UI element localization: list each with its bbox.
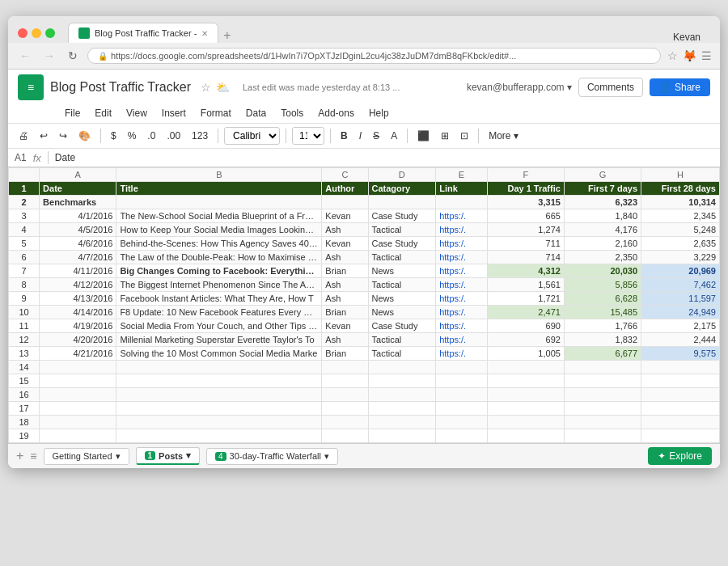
col-header-c[interactable]: C bbox=[322, 168, 368, 182]
cell-g6[interactable]: 2,350 bbox=[564, 251, 641, 264]
strikethrough-button[interactable]: S bbox=[369, 129, 383, 143]
decrease-decimal-button[interactable]: .0 bbox=[143, 129, 159, 143]
cell-g7[interactable]: 20,030 bbox=[564, 264, 641, 278]
explore-button[interactable]: ✦ Explore bbox=[648, 447, 712, 465]
cell-b2[interactable] bbox=[116, 196, 322, 209]
cell-b11[interactable]: Social Media From Your Couch, and Other … bbox=[116, 319, 322, 333]
cell-c13[interactable]: Brian bbox=[322, 347, 368, 361]
empty-cell-16-4[interactable] bbox=[368, 388, 436, 402]
cell-h7[interactable]: 20,969 bbox=[641, 264, 720, 278]
cell-a13[interactable]: 4/21/2016 bbox=[40, 347, 116, 361]
cell-d4[interactable]: Tactical bbox=[368, 223, 436, 237]
empty-cell-15-2[interactable] bbox=[116, 374, 322, 388]
col-header-g[interactable]: G bbox=[564, 168, 641, 182]
print-button[interactable]: 🖨 bbox=[15, 129, 32, 143]
cell-a4[interactable]: 4/5/2016 bbox=[40, 223, 116, 237]
cell-c7[interactable]: Brian bbox=[322, 264, 368, 278]
font-selector[interactable]: Calibri bbox=[224, 127, 280, 145]
empty-cell-16-3[interactable] bbox=[322, 388, 368, 402]
cell-e6[interactable]: https:/. bbox=[436, 251, 487, 264]
reload-button[interactable]: ↻ bbox=[65, 48, 81, 64]
cell-f4[interactable]: 1,274 bbox=[487, 223, 564, 237]
star-icon[interactable]: ☆ bbox=[201, 81, 211, 94]
cell-a11[interactable]: 4/19/2016 bbox=[40, 319, 116, 333]
cell-c10[interactable]: Brian bbox=[322, 306, 368, 319]
empty-cell-17-4[interactable] bbox=[368, 402, 436, 416]
menu-view[interactable]: View bbox=[120, 105, 154, 121]
font-size-selector[interactable]: 11 bbox=[292, 127, 324, 145]
row-num-19[interactable]: 19 bbox=[9, 429, 40, 443]
back-button[interactable]: ← bbox=[16, 48, 34, 64]
sheet-tab-posts[interactable]: 1 Posts ▾ bbox=[136, 447, 201, 465]
empty-cell-15-7[interactable] bbox=[564, 374, 641, 388]
cell-g13[interactable]: 6,677 bbox=[564, 347, 641, 361]
cell-a12[interactable]: 4/20/2016 bbox=[40, 333, 116, 347]
row-num-16[interactable]: 16 bbox=[9, 388, 40, 402]
empty-cell-18-8[interactable] bbox=[641, 416, 720, 429]
empty-cell-15-1[interactable] bbox=[40, 374, 116, 388]
cell-d10[interactable]: News bbox=[368, 306, 436, 319]
sheet-tab-getting-started[interactable]: Getting Started ▾ bbox=[44, 448, 129, 465]
cell-d3[interactable]: Case Study bbox=[368, 209, 436, 223]
maximize-button[interactable] bbox=[45, 28, 55, 38]
cell-e1[interactable]: Link bbox=[436, 182, 487, 196]
empty-cell-19-6[interactable] bbox=[487, 429, 564, 443]
cell-c3[interactable]: Kevan bbox=[322, 209, 368, 223]
cell-f2[interactable]: 3,315 bbox=[487, 196, 564, 209]
redo-button[interactable]: ↪ bbox=[55, 129, 71, 143]
empty-cell-15-5[interactable] bbox=[436, 374, 487, 388]
empty-cell-15-4[interactable] bbox=[368, 374, 436, 388]
empty-cell-17-6[interactable] bbox=[487, 402, 564, 416]
cell-d13[interactable]: Tactical bbox=[368, 347, 436, 361]
cell-d1[interactable]: Catagory bbox=[368, 182, 436, 196]
cell-e7[interactable]: https:/. bbox=[436, 264, 487, 278]
cell-f5[interactable]: 711 bbox=[487, 237, 564, 251]
browser-tab[interactable]: Blog Post Traffic Tracker - ✕ bbox=[68, 23, 218, 43]
cell-c12[interactable]: Ash bbox=[322, 333, 368, 347]
cell-b5[interactable]: Behind-the-Scenes: How This Agency Saves… bbox=[116, 237, 322, 251]
cell-d5[interactable]: Case Study bbox=[368, 237, 436, 251]
empty-cell-18-1[interactable] bbox=[40, 416, 116, 429]
cell-c4[interactable]: Ash bbox=[322, 223, 368, 237]
cell-b4[interactable]: How to Keep Your Social Media Images Loo… bbox=[116, 223, 322, 237]
cell-e4[interactable]: https:/. bbox=[436, 223, 487, 237]
empty-cell-16-5[interactable] bbox=[436, 388, 487, 402]
empty-cell-19-4[interactable] bbox=[368, 429, 436, 443]
menu-addons[interactable]: Add-ons bbox=[311, 105, 361, 121]
empty-cell-14-8[interactable] bbox=[641, 361, 720, 374]
cell-b13[interactable]: Solving the 10 Most Common Social Media … bbox=[116, 347, 322, 361]
cell-reference[interactable]: A1 bbox=[15, 152, 27, 163]
cell-c8[interactable]: Ash bbox=[322, 278, 368, 292]
cell-c1[interactable]: Author bbox=[322, 182, 368, 196]
cell-h13[interactable]: 9,575 bbox=[641, 347, 720, 361]
cell-e10[interactable]: https:/. bbox=[436, 306, 487, 319]
cell-b3[interactable]: The New-School Social Media Blueprint of… bbox=[116, 209, 322, 223]
cell-e12[interactable]: https:/. bbox=[436, 333, 487, 347]
cell-b6[interactable]: The Law of the Double-Peak: How to Maxim… bbox=[116, 251, 322, 264]
cell-f9[interactable]: 1,721 bbox=[487, 292, 564, 306]
col-header-b[interactable]: B bbox=[116, 168, 322, 182]
empty-cell-19-1[interactable] bbox=[40, 429, 116, 443]
cell-h6[interactable]: 3,229 bbox=[641, 251, 720, 264]
cell-e11[interactable]: https:/. bbox=[436, 319, 487, 333]
menu-format[interactable]: Format bbox=[194, 105, 238, 121]
italic-button[interactable]: I bbox=[355, 129, 366, 143]
empty-cell-15-6[interactable] bbox=[487, 374, 564, 388]
cell-f3[interactable]: 665 bbox=[487, 209, 564, 223]
cell-h10[interactable]: 24,949 bbox=[641, 306, 720, 319]
cell-g3[interactable]: 1,840 bbox=[564, 209, 641, 223]
cell-h12[interactable]: 2,444 bbox=[641, 333, 720, 347]
cell-g9[interactable]: 6,628 bbox=[564, 292, 641, 306]
empty-cell-16-6[interactable] bbox=[487, 388, 564, 402]
close-button[interactable] bbox=[18, 28, 28, 38]
cell-d6[interactable]: Tactical bbox=[368, 251, 436, 264]
cell-b1[interactable]: Title bbox=[116, 182, 322, 196]
cell-c11[interactable]: Kevan bbox=[322, 319, 368, 333]
cell-c6[interactable]: Ash bbox=[322, 251, 368, 264]
cell-h2[interactable]: 10,314 bbox=[641, 196, 720, 209]
cell-f10[interactable]: 2,471 bbox=[487, 306, 564, 319]
empty-cell-18-2[interactable] bbox=[116, 416, 322, 429]
url-bar[interactable]: 🔒 https://docs.google.com/spreadsheets/d… bbox=[87, 48, 661, 64]
cell-h9[interactable]: 11,597 bbox=[641, 292, 720, 306]
cell-b10[interactable]: F8 Update: 10 New Facebook Features Ever… bbox=[116, 306, 322, 319]
